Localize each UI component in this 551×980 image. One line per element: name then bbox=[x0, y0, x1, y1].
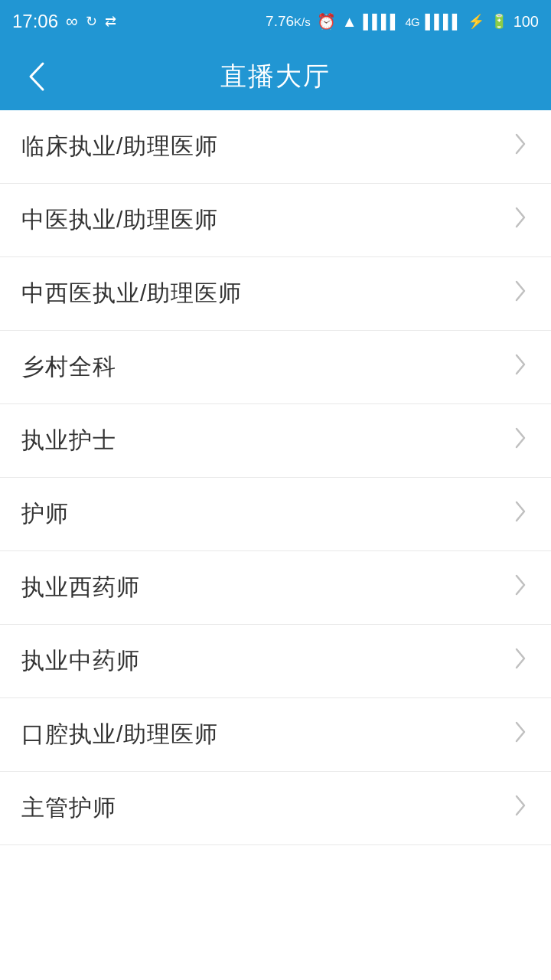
list-item-label: 临床执业/助理医师 bbox=[21, 131, 218, 162]
infinity-icon: ∞ bbox=[66, 11, 78, 31]
battery-percent: 100 bbox=[514, 13, 539, 31]
chevron-right-icon bbox=[514, 721, 527, 748]
signal-icon-1: ▌▌▌▌ bbox=[364, 14, 399, 30]
list-item[interactable]: 中西医执业/助理医师 bbox=[0, 257, 551, 331]
list-item[interactable]: 执业西药师 bbox=[0, 551, 551, 625]
chevron-right-icon bbox=[514, 427, 527, 454]
list-item-label: 执业中药师 bbox=[21, 645, 140, 677]
status-right: 7.76K/s ⏰ ▲ ▌▌▌▌ 4G ▌▌▌▌ ⚡ 🔋 100 bbox=[266, 12, 539, 31]
alarm-icon: ⏰ bbox=[317, 12, 336, 31]
refresh-icon: ↻ bbox=[86, 13, 97, 30]
status-bar: 17:06 ∞ ↻ ⇄ 7.76K/s ⏰ ▲ ▌▌▌▌ 4G ▌▌▌▌ ⚡ 🔋… bbox=[0, 0, 551, 43]
list-item[interactable]: 临床执业/助理医师 bbox=[0, 110, 551, 184]
list-item[interactable]: 护师 bbox=[0, 478, 551, 551]
chevron-right-icon bbox=[514, 207, 527, 234]
speed-display: 7.76K/s bbox=[266, 13, 311, 30]
list-item[interactable]: 乡村全科 bbox=[0, 331, 551, 404]
list-item[interactable]: 主管护师 bbox=[0, 772, 551, 845]
list-container: 临床执业/助理医师 中医执业/助理医师 中西医执业/助理医师 乡村全科 bbox=[0, 110, 551, 845]
list-item[interactable]: 中医执业/助理医师 bbox=[0, 184, 551, 257]
list-item-label: 中医执业/助理医师 bbox=[21, 204, 218, 236]
list-item-label: 执业西药师 bbox=[21, 572, 140, 603]
list-item-label: 护师 bbox=[21, 498, 69, 530]
list-item-label: 主管护师 bbox=[21, 792, 116, 824]
list-item[interactable]: 口腔执业/助理医师 bbox=[0, 698, 551, 772]
list-item-label: 执业护士 bbox=[21, 425, 116, 456]
back-button[interactable] bbox=[18, 58, 55, 95]
battery-icon: 🔋 bbox=[491, 13, 507, 30]
list-item-label: 口腔执业/助理医师 bbox=[21, 719, 218, 750]
chevron-right-icon bbox=[514, 354, 527, 381]
list-item[interactable]: 执业中药师 bbox=[0, 625, 551, 698]
chevron-right-icon bbox=[514, 648, 527, 675]
status-left: 17:06 ∞ ↻ ⇄ bbox=[12, 11, 116, 32]
header: 直播大厅 bbox=[0, 43, 551, 110]
wifi-icon: ▲ bbox=[342, 13, 357, 31]
chevron-right-icon bbox=[514, 795, 527, 822]
list-item[interactable]: 执业护士 bbox=[0, 404, 551, 478]
list-item-label: 中西医执业/助理医师 bbox=[21, 278, 242, 309]
sync-icon: ⇄ bbox=[105, 13, 116, 30]
chevron-right-icon bbox=[514, 133, 527, 160]
signal-icon-2: 4G bbox=[406, 15, 419, 28]
signal-icon-3: ▌▌▌▌ bbox=[425, 14, 461, 30]
status-time: 17:06 bbox=[12, 11, 58, 32]
list-item-label: 乡村全科 bbox=[21, 351, 116, 383]
chevron-right-icon bbox=[514, 280, 527, 307]
page-title: 直播大厅 bbox=[220, 59, 331, 94]
lightning-icon: ⚡ bbox=[468, 13, 484, 30]
chevron-right-icon bbox=[514, 574, 527, 601]
chevron-right-icon bbox=[514, 501, 527, 528]
